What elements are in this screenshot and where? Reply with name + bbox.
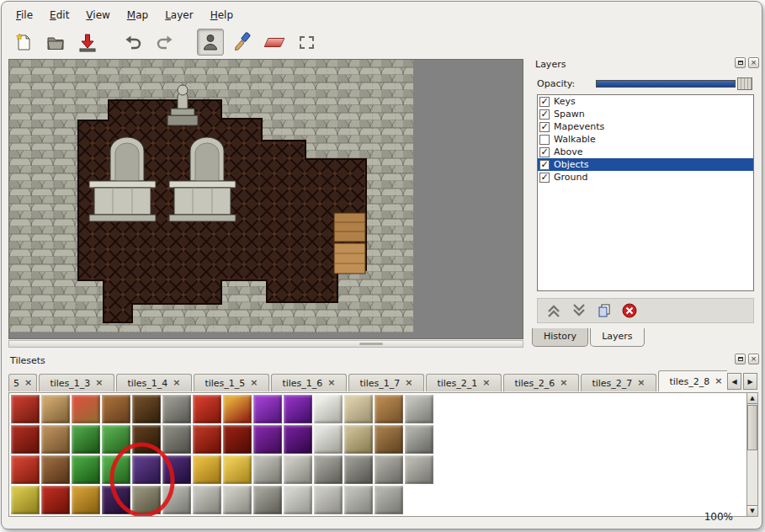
tileset-tile[interactable] xyxy=(11,486,40,514)
tab-close-icon[interactable]: × xyxy=(405,379,412,387)
tileset-tile[interactable] xyxy=(193,455,221,484)
layer-row-above[interactable]: ✓ Above xyxy=(538,146,753,158)
tileset-tab[interactable]: tiles_2_1 × xyxy=(426,374,502,391)
tab-layers[interactable]: Layers xyxy=(590,328,644,347)
close-panel-button[interactable]: × xyxy=(748,57,759,68)
delete-layer-button[interactable] xyxy=(619,301,640,321)
tileset-tile[interactable] xyxy=(193,486,221,514)
tileset-tile[interactable] xyxy=(284,425,312,454)
tileset-tile[interactable] xyxy=(41,425,70,454)
tab-close-icon[interactable]: × xyxy=(560,379,567,387)
float-panel-button[interactable] xyxy=(735,354,746,364)
tab-close-icon[interactable]: × xyxy=(24,379,32,387)
layer-visibility-checkbox[interactable]: ✓ xyxy=(539,97,550,107)
layer-row-spawn[interactable]: ✓ Spawn xyxy=(538,108,753,120)
tileset-vertical-scrollbar[interactable]: ▲ ▼ xyxy=(746,392,758,517)
tileset-tab[interactable]: tiles_1_4 × xyxy=(116,374,192,391)
float-panel-button[interactable] xyxy=(735,57,746,68)
layer-row-ground[interactable]: ✓ Ground xyxy=(538,171,753,184)
tileset-tile[interactable] xyxy=(11,455,40,484)
tileset-tile[interactable] xyxy=(284,455,312,484)
layer-row-mapevents[interactable]: ✓ Mapevents xyxy=(538,120,753,133)
tileset-tile[interactable] xyxy=(132,395,161,423)
menu-file[interactable]: File xyxy=(8,7,40,24)
tileset-tile[interactable] xyxy=(193,395,221,423)
close-panel-button[interactable]: × xyxy=(748,354,759,364)
move-layer-up-button[interactable] xyxy=(543,301,565,321)
tab-close-icon[interactable]: × xyxy=(637,379,645,387)
brush-tool-button[interactable] xyxy=(229,29,256,56)
tileset-tile[interactable] xyxy=(405,395,433,423)
tab-close-icon[interactable]: × xyxy=(250,379,258,387)
tileset-canvas[interactable] xyxy=(8,392,747,517)
map-canvas[interactable] xyxy=(8,59,523,339)
tileset-tile[interactable] xyxy=(72,395,100,423)
new-file-button[interactable] xyxy=(10,29,37,56)
tileset-tab[interactable]: tiles_1_3 × xyxy=(39,374,114,391)
tileset-tile[interactable] xyxy=(132,455,161,484)
sprite-tool-button[interactable] xyxy=(197,29,224,56)
layer-visibility-checkbox[interactable]: ✓ xyxy=(539,173,550,183)
open-file-button[interactable] xyxy=(42,29,69,56)
layer-visibility-checkbox[interactable]: ✓ xyxy=(539,109,550,120)
undo-button[interactable] xyxy=(120,29,146,56)
tileset-tile[interactable] xyxy=(344,486,373,514)
tileset-tile[interactable] xyxy=(253,425,282,454)
tileset-tile[interactable] xyxy=(284,486,312,514)
tileset-tile[interactable] xyxy=(253,486,282,514)
tileset-tile[interactable] xyxy=(162,395,191,423)
scroll-tabs-left-button[interactable]: ◀ xyxy=(727,373,741,390)
menu-layer[interactable]: Layer xyxy=(157,7,200,24)
tileset-tile[interactable] xyxy=(405,425,433,454)
tileset-tab[interactable]: tiles_1_7 × xyxy=(348,374,424,391)
tileset-tab[interactable]: tiles_2_6 × xyxy=(503,374,579,391)
menu-view[interactable]: View xyxy=(78,7,117,24)
tileset-tile[interactable] xyxy=(162,425,191,454)
horizontal-splitter[interactable] xyxy=(8,340,523,348)
tileset-tile[interactable] xyxy=(132,486,161,514)
scroll-tabs-right-button[interactable]: ▶ xyxy=(743,373,757,390)
tileset-tab[interactable]: tiles_1_6 × xyxy=(271,374,347,391)
tab-close-icon[interactable]: × xyxy=(95,379,103,387)
tileset-tile[interactable] xyxy=(253,455,282,484)
select-tool-button[interactable] xyxy=(293,29,320,56)
tab-close-icon[interactable]: × xyxy=(327,379,335,387)
move-layer-down-button[interactable] xyxy=(568,301,590,321)
tileset-tab[interactable]: 5 × xyxy=(8,374,37,391)
tileset-tile[interactable] xyxy=(223,395,252,423)
tab-close-icon[interactable]: × xyxy=(482,379,490,387)
tileset-tile[interactable] xyxy=(344,395,373,423)
tileset-tile[interactable] xyxy=(253,395,282,423)
tileset-tile[interactable] xyxy=(41,455,70,484)
layer-row-keys[interactable]: ✓ Keys xyxy=(538,95,753,108)
tileset-tile[interactable] xyxy=(72,425,100,454)
tileset-tile[interactable] xyxy=(375,425,403,454)
layer-row-walkable[interactable]: Walkable xyxy=(538,133,753,146)
redo-button[interactable] xyxy=(151,29,178,56)
layer-visibility-checkbox[interactable] xyxy=(539,135,550,145)
tileset-tile[interactable] xyxy=(344,455,373,484)
tab-close-icon[interactable]: × xyxy=(173,379,180,387)
tileset-tile[interactable] xyxy=(72,486,100,514)
layer-visibility-checkbox[interactable]: ✓ xyxy=(539,122,550,132)
tileset-tile[interactable] xyxy=(11,425,40,454)
menu-edit[interactable]: Edit xyxy=(42,7,77,24)
tileset-tile[interactable] xyxy=(102,395,130,423)
tileset-tile[interactable] xyxy=(102,486,130,514)
tileset-tile[interactable] xyxy=(314,395,343,423)
tileset-tile[interactable] xyxy=(102,455,130,484)
layer-visibility-checkbox[interactable]: ✓ xyxy=(539,147,550,157)
tileset-tile[interactable] xyxy=(223,425,252,454)
tileset-tile[interactable] xyxy=(162,455,191,484)
tileset-tile[interactable] xyxy=(162,486,191,514)
menu-map[interactable]: Map xyxy=(120,7,156,24)
layer-row-objects[interactable]: ✓ Objects xyxy=(538,158,753,171)
tab-history[interactable]: History xyxy=(532,328,588,347)
tileset-tile[interactable] xyxy=(193,425,221,454)
opacity-slider[interactable] xyxy=(596,80,736,88)
tileset-tile[interactable] xyxy=(41,395,70,423)
tileset-tile[interactable] xyxy=(102,425,130,454)
layer-visibility-checkbox[interactable]: ✓ xyxy=(539,160,550,170)
tileset-tile[interactable] xyxy=(405,455,433,484)
scroll-down-button[interactable]: ▼ xyxy=(747,505,757,516)
